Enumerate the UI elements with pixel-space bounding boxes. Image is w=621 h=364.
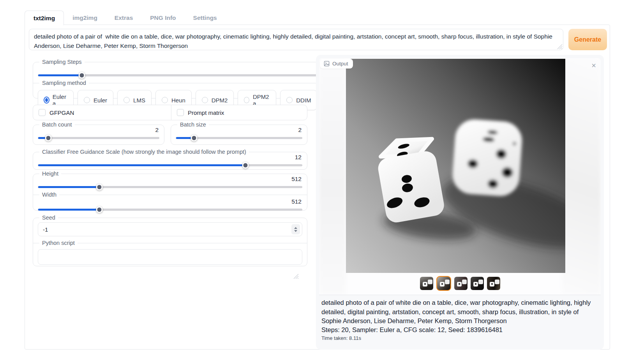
radio-icon <box>162 97 168 103</box>
sampling-steps-value: 20 <box>38 64 359 71</box>
sampling-steps-label: Sampling Steps <box>39 59 85 65</box>
cfg-scale-slider[interactable] <box>38 164 302 166</box>
image-icon <box>324 61 330 67</box>
tab-extras[interactable]: Extras <box>106 11 141 25</box>
generated-image[interactable] <box>346 59 565 273</box>
stepper-down-icon[interactable] <box>294 230 297 232</box>
python-script-input[interactable] <box>38 249 302 265</box>
gfpgan-checkbox[interactable] <box>39 109 46 116</box>
sampling-method-label: Sampling method <box>39 80 89 86</box>
prompt-input[interactable]: detailed photo of a pair of white die on… <box>29 29 563 50</box>
gallery-thumbnail-1[interactable] <box>420 277 433 290</box>
gallery-thumbnail-3[interactable] <box>454 277 468 290</box>
sampling-steps-group: Sampling Steps 20 Sampling method Euler … <box>33 59 364 98</box>
gallery-edge-blur <box>319 58 346 295</box>
gallery-thumbnails <box>319 276 601 291</box>
tab-settings[interactable]: Settings <box>185 11 226 25</box>
batch-count-slider[interactable] <box>38 137 159 139</box>
cfg-scale-label: Classifier Free Guidance Scale (how stro… <box>39 149 249 155</box>
python-script-label: Python script <box>39 240 78 246</box>
sampling-steps-slider-knob[interactable] <box>78 72 85 79</box>
generation-params-text: Steps: 20, Sampler: Euler a, CFG scale: … <box>321 326 598 334</box>
seed-input[interactable] <box>38 222 302 236</box>
batch-count-label: Batch count <box>39 121 75 128</box>
height-label: Height <box>39 171 61 177</box>
gallery-edge-blur <box>562 58 601 295</box>
tab-png-info[interactable]: PNG Info <box>141 11 184 25</box>
python-script-group: Python script <box>33 240 307 266</box>
output-label-chip: Output <box>320 59 353 69</box>
prompt-matrix-label: Prompt matrix <box>188 109 224 116</box>
output-panel: Output × <box>316 55 604 350</box>
tab-txt2img[interactable]: txt2img <box>25 11 64 25</box>
width-slider[interactable] <box>38 209 302 211</box>
height-group: Height 512 Width 512 <box>33 171 307 211</box>
batch-size-slider[interactable] <box>176 137 302 139</box>
options-panel: GFPGAN Prompt matrix <box>33 105 307 120</box>
width-group: Width 512 <box>33 192 307 211</box>
gfpgan-label: GFPGAN <box>49 109 74 116</box>
tab-bar: txt2img img2img Extras PNG Info Settings <box>25 11 226 25</box>
number-stepper[interactable] <box>291 224 300 234</box>
gfpgan-option: GFPGAN <box>33 105 171 120</box>
batch-size-slider-knob[interactable] <box>191 135 198 141</box>
width-label: Width <box>39 192 59 198</box>
resize-handle-icon[interactable] <box>293 274 298 279</box>
seed-group: Seed Python script <box>33 215 307 266</box>
generation-prompt-text: detailed photo of a pair of white die on… <box>321 298 598 326</box>
radio-icon <box>123 97 130 103</box>
txt2img-panel: detailed photo of a pair of white die on… <box>25 25 610 350</box>
width-slider-knob[interactable] <box>96 206 103 213</box>
batch-size-label: Batch size <box>177 121 209 128</box>
stepper-up-icon[interactable] <box>294 227 297 229</box>
output-label: Output <box>332 61 348 67</box>
height-slider-knob[interactable] <box>96 184 103 190</box>
height-value: 512 <box>38 176 302 183</box>
generate-button[interactable]: Generate <box>568 29 607 50</box>
close-icon[interactable]: × <box>589 61 598 70</box>
radio-icon <box>44 97 49 103</box>
height-slider[interactable] <box>38 186 302 188</box>
radio-icon <box>84 97 90 103</box>
generation-time-text: Time taken: 8.11s <box>321 335 598 341</box>
seed-label: Seed <box>39 215 58 221</box>
gallery-thumbnail-2-selected[interactable] <box>436 276 451 291</box>
batch-count-slider-knob[interactable] <box>45 135 52 141</box>
sampling-steps-slider[interactable] <box>38 74 359 76</box>
batch-count-group: Batch count 2 <box>33 121 164 145</box>
tab-img2img[interactable]: img2img <box>64 11 106 25</box>
radio-icon <box>286 97 293 103</box>
generation-info: detailed photo of a pair of white die on… <box>319 295 601 341</box>
settings-column: Sampling Steps 20 Sampling method Euler … <box>33 59 307 271</box>
cfg-scale-group: Classifier Free Guidance Scale (how stro… <box>33 149 307 170</box>
prompt-matrix-checkbox[interactable] <box>177 109 184 116</box>
width-value: 512 <box>38 198 302 205</box>
batch-size-group: Batch size 2 <box>171 121 307 145</box>
gallery-thumbnail-4[interactable] <box>471 277 484 290</box>
radio-icon <box>202 97 208 103</box>
radio-icon <box>244 97 249 103</box>
output-gallery: Output × <box>319 58 601 295</box>
cfg-scale-slider-knob[interactable] <box>242 162 249 169</box>
prompt-matrix-option: Prompt matrix <box>171 105 307 120</box>
gallery-thumbnail-5[interactable] <box>487 277 500 290</box>
